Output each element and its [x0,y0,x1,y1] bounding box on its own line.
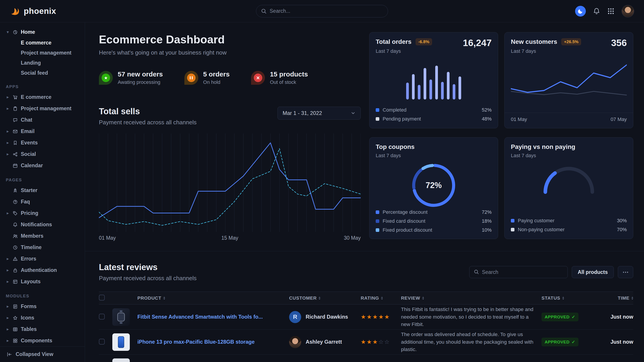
date-range-select[interactable]: Mar 1 - 31, 2022 [278,107,361,120]
search-input[interactable] [256,5,388,17]
sidebar-item-notifications[interactable]: Notifications [6,219,85,230]
column-header-time[interactable]: TIME [598,295,633,301]
sidebar-item-e-commerce[interactable]: ▸ E commerce [6,91,85,103]
clipboard-icon [13,106,18,111]
sidebar-item-label: Tables [21,326,37,332]
all-products-button[interactable]: All products [572,266,614,278]
search-icon [474,269,479,275]
check-icon: ✓ [572,340,575,345]
legend-row-completed: Completed 52% [376,106,492,113]
column-header-customer[interactable]: CUSTOMER [289,295,361,301]
new-customers-chart-zone [511,58,627,110]
product-thumbnail [112,359,130,362]
sidebar-item-chat[interactable]: Chat [6,114,85,126]
sort-icon[interactable] [632,297,633,300]
row-checkbox[interactable] [99,314,105,320]
legend-swatch [511,228,514,231]
sidebar-item-label: Calendar [21,163,43,169]
paying-gauge-zone [543,166,594,194]
card-period: Last 7 days [511,48,581,54]
reviews-subtitle: Payment received across all channels [99,275,196,282]
product-thumbnail[interactable] [112,308,130,326]
legend-value: 18% [482,218,492,224]
sidebar-item-components[interactable]: ▸ Components [6,335,85,346]
cart-icon [13,95,18,100]
caret-right-icon: ▸ [6,279,10,284]
sidebar-item-project-management[interactable]: Project management [6,48,85,58]
review-time: Just now [598,314,633,320]
grid4-icon [13,338,18,343]
select-all-checkbox[interactable] [99,295,105,301]
reviews-header: Latest reviews Payment received across a… [99,263,633,282]
stat-awating-processing: ★ 57 new orders Awating processing [99,70,163,85]
global-search[interactable] [256,5,388,17]
apps-grid-icon[interactable] [607,7,614,15]
sidebar-item-pricing[interactable]: ▸ Pricing [6,208,85,219]
sidebar-item-calendar[interactable]: Calendar [6,160,85,171]
sidebar-item-e-commerce[interactable]: E commerce [6,38,85,48]
column-header-rating[interactable]: RATING [361,295,401,301]
user-avatar[interactable] [622,5,634,17]
bell-icon [13,222,18,227]
sidebar-item-layouts[interactable]: ▸ Layouts [6,276,85,287]
collapse-icon [7,352,12,357]
sidebar-item-faq[interactable]: Faq [6,196,85,208]
notifications-bell-icon[interactable] [593,7,600,15]
product-link[interactable]: Fitbit Sense Advanced Smartwatch with To… [138,314,289,320]
more-options-button[interactable]: ⋯ [618,266,633,278]
sidebar-item-authentication[interactable]: ▸ Authentication [6,265,85,276]
legend-row-fixed-product-discount: Fixed product discount 10% [376,227,492,233]
product-thumbnail[interactable] [112,333,130,351]
sort-icon[interactable] [319,297,320,300]
table-row: Fitbit Sense Advanced Smartwatch with To… [99,305,633,330]
sidebar-item-events[interactable]: ▸ Events [6,137,85,148]
sidebar-section-pages: PAGES [6,178,85,182]
customer-cell: RRichard Dawkins [289,311,361,323]
customer-cell: Ashley Garrett [289,336,361,348]
dark-mode-toggle[interactable] [575,6,586,16]
sidebar-item-icons[interactable]: ▸ Icons [6,312,85,324]
sidebar-item-home[interactable]: ▾ Home [6,26,85,38]
sidebar-item-tables[interactable]: ▸ Tables [6,324,85,335]
sidebar-item-label: Starter [21,187,37,193]
reviews-search[interactable] [469,266,568,278]
legend-row-pending-payment: Pending payment 48% [376,115,492,122]
reviews-search-input[interactable] [469,266,568,278]
paying-gauge-chart [543,166,594,194]
sidebar-item-label: Members [21,233,44,239]
sidebar-item-timeline[interactable]: Timeline [6,242,85,253]
sidebar-item-email[interactable]: ▸ Email [6,126,85,137]
status-badge: APPROVED✓ [542,338,578,346]
column-header-status[interactable]: STATUS [542,295,598,301]
column-header-product[interactable]: PRODUCT [138,295,289,301]
card-paying-vs-nonpaying: Paying vs non paying Last 7 days Paying … [504,137,633,239]
stat-out-of-stock: × 15 products Out of stock [251,70,308,85]
card-period: Last 7 days [511,153,575,159]
sidebar-item-social[interactable]: ▸ Social [6,148,85,160]
sidebar-item-project-management[interactable]: ▸ Project management [6,103,85,114]
product-link[interactable]: iPhone 13 pro max-Pacific Blue-128GB sto… [138,339,289,345]
sidebar-item-errors[interactable]: ▸ Errors [6,253,85,265]
sidebar-item-landing[interactable]: Landing [6,58,85,68]
sort-icon[interactable] [562,297,564,300]
x-tick: 01 May [99,235,116,241]
sidebar-item-social-feed[interactable]: Social feed [6,68,85,78]
sidebar-item-members[interactable]: Members [6,230,85,242]
dashboard-top: Ecommerce Dashboard Here's what's going … [99,32,633,239]
mail-icon [13,129,18,134]
phoenix-logo-icon [10,6,20,16]
caret-right-icon: ▸ [6,106,10,111]
sort-icon[interactable] [422,297,424,300]
card-total-orders: Total orders -6.8% Last 7 days 16,247 Co… [369,32,498,128]
brand-logo[interactable]: phoenix [10,6,56,16]
column-header-review[interactable]: REVIEW [401,295,542,301]
sidebar-item-starter[interactable]: Starter [6,185,85,196]
sort-icon[interactable] [381,297,383,300]
legend-label: Fixed card discount [383,218,426,224]
layout-icon [13,279,18,284]
collapsed-view-toggle[interactable]: Collapsed View [0,346,85,362]
sidebar-item-forms[interactable]: ▸ Forms [6,301,85,312]
sort-icon[interactable] [163,297,165,300]
sidebar-item-label: Timeline [21,244,42,250]
row-checkbox[interactable] [99,339,105,345]
